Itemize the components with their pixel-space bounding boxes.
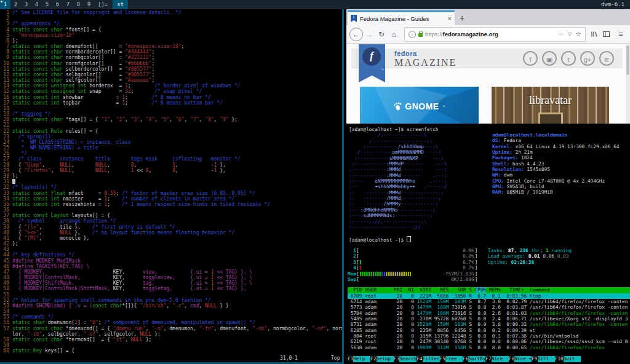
bar-tag-6[interactable]: 6 bbox=[52, 0, 63, 9]
fedora-ribbon-logo[interactable]: f ™ bbox=[359, 44, 385, 82]
fkey-f1[interactable]: F1 bbox=[348, 356, 353, 362]
fkey-label[interactable]: Setup bbox=[377, 356, 394, 362]
fkey-f6[interactable]: F6 bbox=[463, 356, 468, 362]
code-line: 40 { "><>", NULL }, /* no layout functio… bbox=[1, 230, 342, 235]
htop-stats: Tasks: 87, 236 thr; 1 runningLoad averag… bbox=[488, 248, 572, 265]
fkey-label[interactable]: Quit bbox=[564, 356, 581, 362]
site-brand[interactable]: fedora MAGAZINE bbox=[394, 50, 457, 68]
twitter-icon[interactable]: t bbox=[561, 51, 576, 66]
fkey-f2[interactable]: F2 bbox=[370, 356, 376, 362]
process-row[interactable]: 6714 adam 20 0 1528M 150M 103M S 0.7 3.8… bbox=[348, 299, 630, 304]
layout-symbol[interactable]: []= bbox=[94, 0, 111, 9]
fkey-label[interactable]: Nice - bbox=[492, 356, 509, 362]
process-row[interactable]: 5773 adam 20 0 1479M 100M 73016 S 0.0 2.… bbox=[348, 304, 630, 310]
code-line: 56static char dmenumon[2] = "0"; /* comp… bbox=[1, 320, 342, 325]
code-line: 60static Key keys[] = { bbox=[1, 348, 342, 354]
browser-tab[interactable]: f Fedora Magazine - Guides × bbox=[348, 10, 455, 25]
code-line: 44/* key definitions */ bbox=[1, 252, 342, 258]
new-tab-button[interactable]: + bbox=[460, 10, 465, 25]
process-row[interactable]: 6709 root 20 0 221M 5088 3856 R 0.7 0.1 … bbox=[348, 293, 630, 299]
process-row[interactable]: 6219 root 20 0 247M 30340 8768 S 0.0 0.8… bbox=[348, 339, 630, 344]
sidebar-icon[interactable] bbox=[602, 30, 615, 38]
htop-stat-line: Tasks: 87, 236 thr; 1 running bbox=[488, 248, 572, 253]
process-row[interactable]: 6731 adam 20 0 1528M 150M 103M S 0.0 3.8… bbox=[348, 322, 630, 327]
fkey-label[interactable]: SortBy bbox=[468, 356, 485, 362]
url-text[interactable]: https://fedoramagazine.org bbox=[425, 31, 498, 38]
fkey-f9[interactable]: F9 bbox=[532, 356, 537, 362]
code-line: 41 { "[M]", monocle }, bbox=[1, 235, 342, 241]
google-plus-icon[interactable]: g+ bbox=[580, 51, 595, 66]
fkey-f7[interactable]: F7 bbox=[485, 356, 491, 362]
reload-button[interactable]: ↻ bbox=[375, 30, 388, 39]
firefox-window: f Fedora Magazine - Guides × + ← → ↻ ⌂ i… bbox=[346, 9, 630, 124]
process-row[interactable]: 804 root 20 0 335M 13796 12148 S 0.0 0.3… bbox=[348, 333, 630, 339]
tab-close-icon[interactable]: × bbox=[448, 15, 452, 22]
browser-scrollbar[interactable] bbox=[626, 44, 630, 124]
htop-terminal-window[interactable]: 1[0.0%]2[0.0%]3[0.7%]4[0.7%]Mem[757M/3.8… bbox=[346, 247, 630, 364]
bar-tag-2[interactable]: 2 bbox=[10, 0, 21, 9]
dwm-status-bar: 123456789 []= st dwm-6.1 bbox=[0, 0, 630, 9]
process-table-header[interactable]: PID USER PRI NI VIRT RES SHR S CPU% MEM%… bbox=[348, 287, 630, 293]
rss-icon[interactable]: ≋ bbox=[599, 51, 614, 66]
bar-tag-1[interactable]: 1 bbox=[0, 0, 10, 9]
ascii-art-line: :- --------/MMMd-------------; bbox=[349, 196, 630, 201]
bar-tag-7[interactable]: 7 bbox=[63, 0, 73, 9]
process-row[interactable]: 5630 adam 20 0 1909M 312M 156M S 0.0 8.0… bbox=[348, 345, 630, 350]
fkey-label[interactable]: Search bbox=[399, 356, 417, 362]
menu-hamburger-icon[interactable]: ≡ bbox=[615, 30, 627, 39]
fkey-label[interactable]: Tree bbox=[445, 356, 463, 362]
url-bar[interactable]: i https://fedoramagazine.org ⋯ ▽ ☆ bbox=[404, 27, 586, 42]
vim-terminal-window[interactable]: 1/* See LICENSE file for copyright and l… bbox=[0, 9, 344, 364]
code-line: 20static const char *tags[] = { "1", "2"… bbox=[1, 117, 342, 122]
bar-tag-8[interactable]: 8 bbox=[73, 0, 84, 9]
page-info-icon[interactable]: i bbox=[409, 31, 416, 38]
forward-button[interactable]: → bbox=[363, 30, 375, 39]
process-table: 6709 root 20 0 221M 5088 3856 R 0.7 0.1 … bbox=[348, 293, 630, 350]
fkey-f10[interactable]: F10 bbox=[555, 356, 564, 362]
blank-line bbox=[349, 230, 630, 235]
code-line: 15static const unsigned int snap = 32; /… bbox=[1, 89, 342, 94]
social-icons: f▣tg+≋ bbox=[523, 51, 614, 66]
facebook-icon[interactable]: f bbox=[523, 51, 538, 66]
vim-ruler: 31,0-1 Top bbox=[0, 355, 342, 362]
bookmark-star-icon[interactable]: ☆ bbox=[575, 30, 581, 38]
fkey-f3[interactable]: F3 bbox=[394, 356, 399, 362]
back-button[interactable]: ← bbox=[349, 28, 363, 41]
code-line: 26 */ bbox=[1, 151, 342, 156]
fkey-label[interactable]: Nice + bbox=[514, 356, 532, 362]
home-button[interactable]: ⌂ bbox=[388, 30, 400, 39]
code-line: 32/* layout(s) */ bbox=[1, 184, 342, 190]
page-actions-icon[interactable]: ⋯ bbox=[558, 31, 564, 38]
process-row[interactable]: 5784 adam 20 0 1479M 100M 73016 S 0.0 2.… bbox=[348, 311, 630, 316]
pocket-icon[interactable]: ▽ bbox=[568, 31, 572, 37]
system-info-line: Resolution: 1545x895 bbox=[492, 167, 620, 172]
system-info-line: CPU: Intel Core i7-4870HQ @ 4x 2.494GHz bbox=[492, 178, 620, 184]
article-card-gnome[interactable]: GNOME ™ bbox=[360, 87, 479, 124]
process-row[interactable]: 5485 adam 20 0 270M 95728 60760 S 0.0 2.… bbox=[348, 316, 630, 322]
code-line: 50 { MODKEY|ControlMask|ShiftMask, KEY, … bbox=[1, 286, 342, 291]
bar-tag-5[interactable]: 5 bbox=[42, 0, 52, 9]
fkey-f5[interactable]: F5 bbox=[440, 356, 445, 362]
bar-tag-4[interactable]: 4 bbox=[31, 0, 42, 9]
code-line: 59 bbox=[1, 342, 342, 348]
https-lock-icon[interactable] bbox=[418, 33, 423, 37]
code-line: 47 { MODKEY, KEY, view, {.ui = 1 << TAG}… bbox=[1, 269, 342, 275]
fkey-label[interactable]: Help bbox=[353, 356, 370, 362]
code-line: 33static const float mfact = 0.55; /* fa… bbox=[1, 191, 342, 196]
fkey-label[interactable]: Kill bbox=[538, 356, 555, 362]
fkey-f4[interactable]: F4 bbox=[417, 356, 422, 362]
process-row[interactable]: 6285 adam 20 0 225M 8856 6456 S 0.0 0.2 … bbox=[348, 328, 630, 333]
scrollbar-thumb[interactable] bbox=[626, 46, 629, 75]
bar-tag-3[interactable]: 3 bbox=[21, 0, 31, 9]
bar-tag-9[interactable]: 9 bbox=[84, 0, 94, 9]
tab-title: Fedora Magazine - Guides bbox=[360, 15, 439, 22]
fkey-f8[interactable]: F8 bbox=[509, 356, 514, 362]
fkey-label[interactable]: Filter bbox=[423, 356, 440, 362]
screenfetch-terminal-window[interactable]: [adam@localhost ~]$ screenfetch /:------… bbox=[346, 125, 630, 245]
instagram-icon[interactable]: ▣ bbox=[542, 51, 557, 66]
code-line: 13static const char selfgcolor[] = "#eee… bbox=[1, 77, 342, 83]
article-card-libravatar[interactable]: libravatar bbox=[492, 87, 609, 124]
shell-prompt[interactable]: [adam@localhost ~]$ bbox=[349, 236, 630, 242]
library-icon[interactable] bbox=[590, 30, 602, 38]
vim-editor[interactable]: 1/* See LICENSE file for copyright and l… bbox=[1, 10, 342, 355]
